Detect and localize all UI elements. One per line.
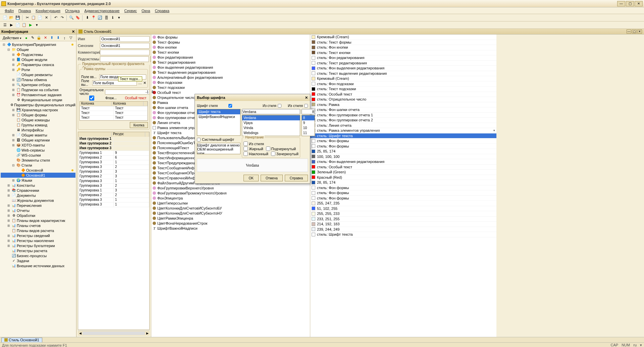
- tree-node[interactable]: 🎨Элементы стиля: [1, 158, 75, 163]
- tree-node[interactable]: 📋Общие команды: [1, 117, 75, 122]
- tree-node[interactable]: ⊞📦XDTO-пакеты: [1, 142, 75, 148]
- list-item[interactable]: 8: [302, 115, 315, 120]
- style-item[interactable]: ФонГруппировкиПромежуточногоУровня: [151, 190, 310, 195]
- table-row[interactable]: Имя группировки 1: [78, 137, 149, 141]
- italic-checkbox[interactable]: [244, 152, 248, 156]
- tree-node[interactable]: 📋Группы команд: [1, 122, 75, 127]
- table-cell[interactable]: Текст: [114, 106, 148, 111]
- tree-node[interactable]: 📄Общие реквизиты: [1, 72, 75, 77]
- style-fonts-list[interactable]: Шрифт текстаШрифтВажнойНадписи: [197, 109, 240, 136]
- style-item[interactable]: Текст кнопки: [151, 50, 310, 55]
- style-item[interactable]: Фон подсказки: [151, 80, 310, 85]
- table-row[interactable]: Группировка 32: [78, 184, 149, 188]
- style-item[interactable]: Фон выделения редактирования: [151, 65, 310, 70]
- form-icon[interactable]: 📋: [21, 22, 27, 28]
- up-icon[interactable]: ⬆: [49, 35, 55, 41]
- tree-node[interactable]: 🔄Бизнес-процессы: [1, 253, 75, 258]
- tree-node[interactable]: ⊞🔍Критерии отбора: [1, 82, 75, 87]
- prop-item[interactable]: стиль: Фон выделения редактирования: [310, 159, 496, 165]
- prop-item[interactable]: стиль: Фон формы: [310, 138, 496, 144]
- open-icon[interactable]: 📂: [8, 15, 14, 21]
- tree-node[interactable]: 📊Внешние источники данных: [1, 263, 75, 268]
- font-style-checkbox[interactable]: [228, 104, 232, 108]
- list-item[interactable]: Шрифт диалогов и меню: [197, 143, 240, 147]
- tree-node[interactable]: ⚙Параметры функциональных опций: [1, 102, 75, 107]
- redo-icon[interactable]: ↷: [59, 15, 65, 21]
- prop-item[interactable]: стиль: Текст подсказки: [310, 86, 496, 92]
- db-icon[interactable]: 🗄: [103, 15, 109, 21]
- tree-node[interactable]: 🔶Основной: [1, 168, 75, 173]
- copy-icon[interactable]: 📋: [31, 15, 37, 21]
- list-item[interactable]: ШрифтВажнойНадписи: [197, 114, 240, 119]
- prop-item[interactable]: стиль: Фон формы: [310, 190, 496, 196]
- prop-item[interactable]: стиль: Фон формы: [310, 144, 496, 149]
- sizes-list[interactable]: 89101112: [302, 115, 315, 136]
- tree-node[interactable]: ⊞📊Отчеты: [1, 208, 75, 213]
- table-row[interactable]: Группировка 22: [78, 193, 149, 198]
- doc-minimize-button[interactable]: —: [627, 30, 631, 34]
- prop-item[interactable]: стиль: Линия отчета: [310, 123, 496, 128]
- prop-item[interactable]: стиль: Фон выделения редактирования: [310, 66, 496, 71]
- style-item[interactable]: TШрифтВажнойНадписи: [151, 226, 310, 231]
- prop-item[interactable]: 25, 85, 174: [310, 149, 496, 154]
- paste-icon[interactable]: 📄: [37, 15, 43, 21]
- tree-node[interactable]: 📖Журналы документов: [1, 198, 75, 203]
- list-item[interactable]: 12: [302, 135, 315, 136]
- config-icon[interactable]: ⬇: [84, 15, 90, 21]
- spinner-button[interactable]: ⇕: [151, 90, 154, 94]
- tree-node[interactable]: ⊟📁Общие: [1, 47, 75, 52]
- tree-node[interactable]: 📊Регистры расчета: [1, 248, 75, 253]
- name-input[interactable]: [100, 36, 150, 42]
- tree-node[interactable]: 📋Планы видов расчета: [1, 228, 75, 233]
- tree-node[interactable]: ⊟🎨Стили: [1, 163, 75, 168]
- prop-item[interactable]: Красный (Red): [310, 175, 496, 180]
- tree-node[interactable]: ⊞📋Общие формы: [1, 112, 75, 117]
- save-icon[interactable]: 💾: [15, 15, 21, 21]
- wand-icon[interactable]: ✎: [30, 35, 36, 41]
- tree-node[interactable]: 🖥Интерфейсы: [1, 127, 75, 132]
- tree-node[interactable]: ⊞📋Подписки на события: [1, 87, 75, 92]
- doc-maximize-button[interactable]: ▢: [632, 30, 637, 34]
- properties-list[interactable]: Кремовый (Cream)стиль: Текст формыстиль:…: [310, 35, 496, 337]
- horizontal-scrollbar[interactable]: ◀▶: [78, 331, 150, 336]
- dropdown-icon[interactable]: ▾: [116, 15, 122, 21]
- style-item[interactable]: ЦветРамкиЭпиценра: [151, 216, 310, 221]
- style-item[interactable]: Фон формы: [151, 35, 310, 40]
- delete-icon[interactable]: ✕: [42, 35, 48, 41]
- doc-close-button[interactable]: ✕: [637, 30, 642, 34]
- prop-item[interactable]: стиль: Шрифт текста: [310, 133, 496, 139]
- tree-node[interactable]: 🌐Web-сервисы: [1, 148, 75, 153]
- font-name-input[interactable]: [242, 109, 300, 114]
- prop-item[interactable]: стиль: Фон группировки отчета 1: [310, 113, 496, 118]
- style-item[interactable]: ФонЭпицентра: [151, 195, 310, 200]
- prop-item[interactable]: 233, 251, 255: [310, 217, 496, 222]
- tree-node[interactable]: ⊞🔑Роли: [1, 67, 75, 72]
- style-item[interactable]: ЦветКолонкиДляСчетовИСубконтоНУ: [151, 211, 310, 216]
- strike-checkbox[interactable]: [271, 152, 275, 156]
- tree-node[interactable]: ⊞📊Планы счетов: [1, 223, 75, 228]
- from-style-inner-checkbox[interactable]: [244, 141, 248, 146]
- style-item[interactable]: Фон редактирования: [151, 55, 310, 60]
- tree-node[interactable]: ⊞📊Регистры сведений: [1, 233, 75, 238]
- styles-list[interactable]: Фон формыТекст формыФон кнопкиТекст кноп…: [151, 35, 310, 337]
- tree-node[interactable]: 🔶Основной1: [1, 173, 75, 178]
- prop-item[interactable]: стиль: Фон формы: [310, 196, 496, 201]
- list-item[interactable]: Шрифт текста: [197, 109, 240, 114]
- filter-icon[interactable]: ▽: [68, 35, 74, 41]
- search-icon[interactable]: 🔍: [68, 15, 74, 21]
- prop-item[interactable]: 239, 244, 249: [310, 227, 496, 232]
- table-row[interactable]: Группировка 31: [78, 198, 149, 203]
- prop-item[interactable]: стиль: Шрифт текста: [310, 232, 496, 237]
- prop-item[interactable]: 100, 100, 100: [310, 154, 496, 160]
- style-item[interactable]: Текст подсказки: [151, 85, 310, 90]
- tree-node[interactable]: ⊞💾Хранилища настроек: [1, 107, 75, 112]
- style-item[interactable]: Альтернативный фон редактирования: [151, 75, 310, 80]
- flag-checkbox[interactable]: [79, 96, 104, 101]
- table-row[interactable]: Группировка 32: [78, 165, 149, 170]
- panel-close-icon[interactable]: ✕: [72, 30, 75, 34]
- prop-item[interactable]: Зеленый (Green): [310, 170, 496, 175]
- negative-input[interactable]: [105, 90, 150, 95]
- menu-Справка[interactable]: Справка: [153, 8, 171, 13]
- comment-input[interactable]: [100, 50, 150, 55]
- table-row[interactable]: Имя группировки 3: [78, 146, 149, 151]
